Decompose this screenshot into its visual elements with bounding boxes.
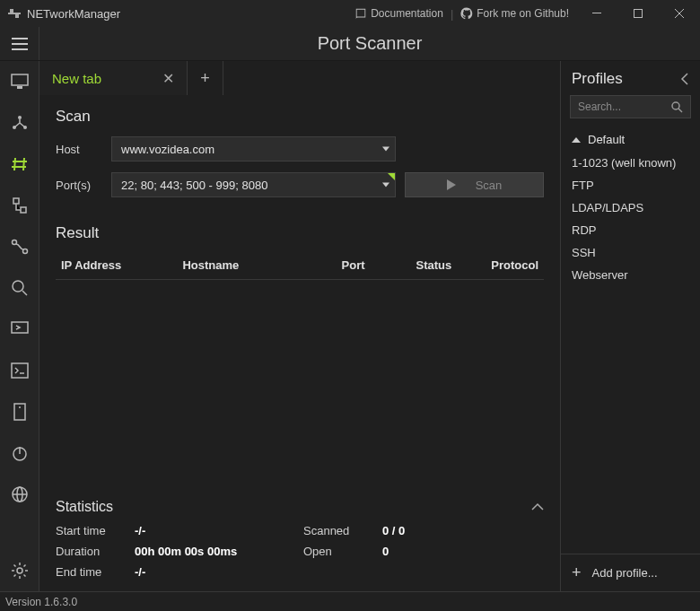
play-icon: [447, 179, 456, 190]
scan-button-label: Scan: [476, 179, 503, 192]
profiles-heading: Profiles: [572, 70, 623, 88]
scanned-label: Scanned: [303, 524, 375, 537]
statusbar: Version 1.6.3.0: [0, 591, 700, 611]
svg-point-22: [17, 568, 22, 573]
svg-point-14: [13, 281, 23, 292]
profile-item[interactable]: RDP: [561, 219, 700, 241]
profile-item[interactable]: Webserver: [561, 264, 700, 286]
end-time-label: End time: [56, 565, 127, 579]
network-icon: [11, 115, 29, 131]
headerbar: Port Scanner: [0, 27, 700, 61]
monitor-icon: [11, 74, 29, 90]
col-status[interactable]: Status: [365, 258, 452, 272]
profile-item[interactable]: 1-1023 (well known): [561, 152, 700, 174]
search-icon: [670, 100, 683, 113]
col-hostname[interactable]: Hostname: [182, 258, 303, 272]
profile-group-default[interactable]: Default: [561, 127, 700, 152]
scan-button[interactable]: Scan: [405, 172, 544, 197]
svg-rect-6: [17, 86, 22, 89]
sidebar-item-whois[interactable]: [0, 474, 39, 515]
sidebar-item-dashboard[interactable]: [0, 61, 39, 102]
close-button[interactable]: [659, 0, 700, 27]
svg-rect-1: [10, 9, 13, 13]
svg-rect-11: [21, 207, 26, 213]
page-title: Port Scanner: [39, 27, 700, 60]
plus-icon: +: [572, 563, 582, 582]
duration-label: Duration: [56, 545, 127, 558]
sidebar-item-settings[interactable]: [0, 550, 39, 591]
sidebar-item-remote-desktop[interactable]: [0, 309, 39, 350]
svg-rect-4: [634, 10, 643, 18]
tab-new[interactable]: New tab ✕: [39, 61, 188, 95]
close-tab-icon[interactable]: ✕: [162, 70, 174, 87]
app-title: NETworkManager: [27, 7, 120, 21]
profiles-search-input[interactable]: Search...: [570, 95, 691, 118]
ports-value: 22; 80; 443; 500 - 999; 8080: [121, 179, 267, 192]
start-time-value: -/-: [135, 524, 296, 537]
svg-point-12: [12, 240, 16, 245]
sidebar-item-port-scanner[interactable]: [0, 144, 39, 185]
host-value: www.vozidea.com: [121, 143, 214, 156]
sidebar-item-network[interactable]: [0, 102, 39, 144]
search-globe-icon: [11, 279, 29, 297]
chevron-up-icon: [572, 137, 581, 143]
collapse-profiles-icon[interactable]: [680, 73, 689, 85]
server-icon: [13, 403, 27, 421]
titlebar: NETworkManager Documentation | Fork me o…: [0, 0, 700, 27]
scan-heading: Scan: [56, 108, 544, 126]
route-icon: [11, 239, 29, 255]
col-protocol[interactable]: Protocol: [451, 258, 538, 272]
host-label: Host: [56, 143, 111, 156]
sidebar-item-traceroute[interactable]: [0, 226, 39, 267]
sidebar: [0, 61, 39, 591]
documentation-label: Documentation: [371, 7, 443, 20]
svg-point-18: [19, 406, 21, 408]
minimize-button[interactable]: [576, 0, 617, 27]
servers-icon: [12, 197, 28, 214]
add-tab-button[interactable]: +: [188, 61, 223, 95]
svg-rect-17: [14, 404, 25, 420]
col-ip[interactable]: IP Address: [61, 258, 182, 272]
hamburger-menu[interactable]: [0, 27, 39, 60]
result-table-header: IP Address Hostname Port Status Protocol: [56, 251, 544, 280]
profile-item[interactable]: LDAP/LDAPS: [561, 196, 700, 219]
sidebar-item-power[interactable]: [0, 432, 39, 474]
sidebar-item-dnslookup[interactable]: [0, 267, 39, 309]
terminal-icon: [11, 362, 29, 379]
content: Scan Host www.vozidea.com Port(s) 22; 80…: [39, 95, 560, 591]
maximize-button[interactable]: [617, 0, 659, 27]
documentation-link[interactable]: Documentation: [347, 0, 451, 27]
statistics-heading: Statistics: [56, 499, 113, 515]
svg-point-13: [22, 249, 27, 254]
sidebar-item-ping[interactable]: [0, 185, 39, 226]
search-placeholder: Search...: [578, 100, 670, 113]
svg-rect-2: [15, 14, 19, 18]
profile-item[interactable]: FTP: [561, 174, 700, 196]
github-label: Fork me on Github!: [477, 7, 569, 20]
book-icon: [354, 7, 367, 20]
ports-input[interactable]: 22; 80; 443; 500 - 999; 8080: [111, 172, 396, 197]
ports-label: Port(s): [56, 179, 111, 192]
svg-rect-0: [8, 13, 21, 14]
add-profile-button[interactable]: + Add profile...: [561, 554, 700, 591]
statistics-header[interactable]: Statistics: [56, 499, 544, 515]
remote-icon: [11, 321, 29, 337]
sidebar-item-putty[interactable]: [0, 391, 39, 432]
version-label: Version 1.6.3.0: [5, 596, 77, 608]
statistics: Statistics Start time -/- Scanned 0 / 0 …: [56, 499, 544, 579]
sidebar-item-powershell[interactable]: [0, 350, 39, 391]
profile-item[interactable]: SSH: [561, 241, 700, 264]
col-port[interactable]: Port: [304, 258, 365, 272]
chevron-down-icon: [382, 147, 389, 152]
github-link[interactable]: Fork me on Github!: [453, 0, 576, 27]
end-time-value: -/-: [135, 565, 296, 579]
power-icon: [12, 445, 28, 461]
svg-point-7: [18, 116, 22, 119]
result-table-body: [56, 280, 544, 499]
profiles-panel: Profiles Search... Default 1-1023 (well …: [560, 61, 700, 591]
tabstrip: New tab ✕ +: [39, 61, 560, 95]
main: New tab ✕ + Scan Host www.vozidea.com Po…: [39, 61, 560, 591]
host-input[interactable]: www.vozidea.com: [111, 136, 396, 161]
svg-rect-16: [12, 363, 28, 378]
chevron-down-icon: [382, 183, 389, 188]
